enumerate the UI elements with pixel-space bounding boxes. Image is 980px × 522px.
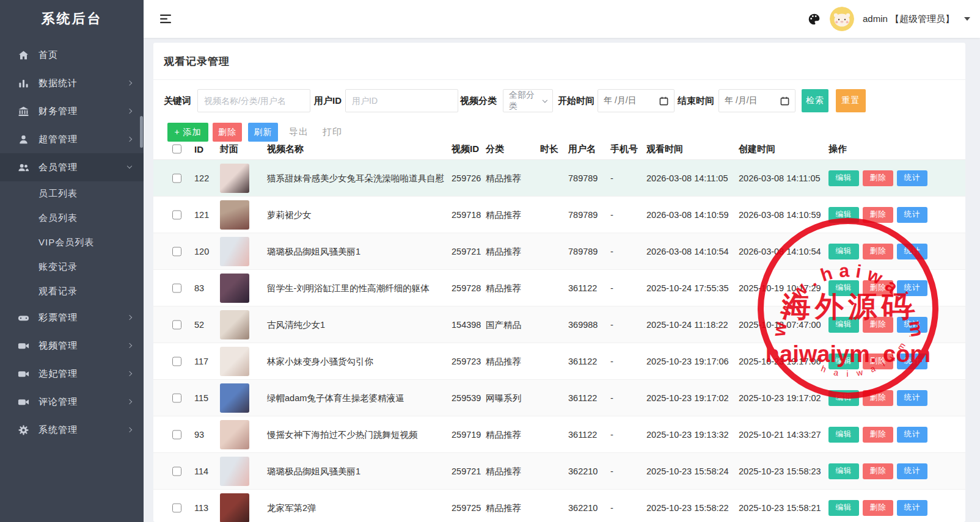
row-checkbox[interactable] [172, 466, 181, 476]
row-checkbox[interactable] [172, 173, 181, 183]
cover-thumbnail[interactable] [220, 457, 249, 486]
end-date-placeholder: 年 /月/日 [725, 95, 758, 106]
row-actions: 编辑 删除 统计 [828, 500, 927, 516]
stats-button[interactable]: 统计 [897, 280, 927, 296]
sidebar-item-balance-records[interactable]: 账变记录 [0, 255, 144, 279]
cover-thumbnail[interactable] [220, 493, 249, 522]
stats-button[interactable]: 统计 [897, 317, 927, 333]
row-actions: 编辑 删除 统计 [828, 427, 927, 443]
table-row: 114 璐璐极品御姐风骚美丽1 259721 精品推荐 362210 - 202… [153, 453, 965, 490]
stats-button[interactable]: 统计 [897, 390, 927, 406]
cover-thumbnail[interactable] [220, 164, 249, 193]
sidebar-item-label: 评论管理 [38, 396, 78, 408]
edit-button[interactable]: 编辑 [828, 170, 859, 186]
cover-thumbnail[interactable] [220, 420, 249, 449]
sidebar-item-members[interactable]: 会员管理 [0, 153, 144, 181]
row-checkbox[interactable] [172, 247, 181, 256]
row-checkbox[interactable] [172, 320, 181, 329]
delete-button[interactable]: 删除 [863, 427, 893, 443]
sidebar-item-staff-list[interactable]: 员工列表 [0, 181, 144, 206]
delete-button[interactable]: 删除 [863, 390, 893, 406]
row-checkbox[interactable] [172, 210, 181, 219]
watch-time: 2025-10-23 19:17:06 [646, 357, 729, 366]
sidebar-item-concubine[interactable]: 选妃管理 [0, 360, 144, 388]
sidebar-item-statistics[interactable]: 数据统计 [0, 69, 144, 97]
stats-button[interactable]: 统计 [897, 427, 927, 443]
create-time: 2025-10-23 15:58:21 [739, 503, 821, 513]
col-video-id: 视频ID [452, 143, 479, 155]
menu-toggle-icon[interactable] [160, 14, 172, 24]
end-date-input[interactable]: 年 /月/日 [719, 89, 795, 112]
sidebar-item-vip-member-list[interactable]: VIP会员列表 [0, 230, 144, 255]
start-date-input[interactable]: 年 /月/日 [598, 89, 675, 112]
phone-value: - [610, 393, 613, 403]
edit-button[interactable]: 编辑 [828, 207, 859, 223]
row-checkbox[interactable] [172, 430, 181, 439]
delete-button[interactable]: 删除 [863, 280, 893, 296]
cover-thumbnail[interactable] [220, 347, 249, 376]
edit-button[interactable]: 编辑 [828, 244, 859, 259]
stats-button[interactable]: 统计 [897, 500, 927, 516]
stats-button[interactable]: 统计 [897, 463, 927, 479]
user-menu[interactable]: admin 【超级管理员】 [863, 13, 954, 25]
edit-button[interactable]: 编辑 [828, 463, 859, 479]
cover-thumbnail[interactable] [220, 383, 249, 413]
row-checkbox[interactable] [172, 393, 181, 402]
userid-input[interactable] [345, 89, 458, 112]
edit-button[interactable]: 编辑 [828, 280, 859, 296]
video-id: 259728 [452, 283, 481, 293]
delete-button[interactable]: 删除 [863, 500, 893, 516]
table-row: 83 留学生-刘明浴缸江里的性高潮纤细的躯体 259728 精品推荐 36112… [153, 270, 965, 306]
chevron-right-icon [127, 371, 132, 376]
stats-button[interactable]: 统计 [897, 353, 927, 369]
sidebar-item-watch-records[interactable]: 观看记录 [0, 279, 144, 303]
stats-button[interactable]: 统计 [897, 244, 927, 259]
cover-thumbnail[interactable] [220, 200, 249, 230]
sidebar-item-video[interactable]: 视频管理 [0, 332, 144, 360]
edit-button[interactable]: 编辑 [828, 317, 859, 333]
row-checkbox[interactable] [172, 503, 181, 512]
phone-value: - [610, 247, 613, 256]
sidebar-item-superadmin[interactable]: 超管管理 [0, 125, 144, 153]
cover-thumbnail[interactable] [220, 237, 249, 266]
watch-time: 2026-03-08 14:10:54 [646, 247, 729, 256]
username-value: 361122 [568, 430, 597, 440]
delete-button[interactable]: 删除 [863, 207, 893, 223]
delete-button[interactable]: 删除 [863, 353, 893, 369]
sidebar-item-comments[interactable]: 评论管理 [0, 388, 144, 416]
row-checkbox[interactable] [172, 357, 181, 366]
edit-button[interactable]: 编辑 [828, 500, 859, 516]
stats-button[interactable]: 统计 [897, 170, 927, 186]
delete-button[interactable]: 删除 [863, 463, 893, 479]
keyword-input[interactable] [197, 89, 310, 112]
row-checkbox[interactable] [172, 283, 181, 292]
filter-bar: 关键词 用户ID 视频分类 全部分类 开始时间 年 /月/日 结束时间 [153, 89, 965, 112]
sidebar-item-finance[interactable]: 财务管理 [0, 97, 144, 125]
video-id: 259719 [452, 430, 481, 440]
search-button[interactable]: 检索 [802, 89, 828, 112]
delete-button[interactable]: 删除 [863, 317, 893, 333]
sidebar-item-lottery[interactable]: 彩票管理 [0, 303, 144, 332]
sidebar-scrollbar[interactable] [140, 116, 143, 148]
select-all-checkbox[interactable] [172, 145, 181, 154]
category-select[interactable]: 全部分类 [503, 89, 553, 112]
delete-button[interactable]: 删除 [863, 244, 893, 259]
delete-button[interactable]: 删除 [863, 170, 893, 186]
sidebar-item-member-list[interactable]: 会员列表 [0, 206, 144, 230]
stats-button[interactable]: 统计 [897, 207, 927, 223]
edit-button[interactable]: 编辑 [828, 427, 859, 443]
sidebar-item-home[interactable]: 首页 [0, 41, 144, 69]
user-avatar[interactable] [830, 7, 854, 31]
sidebar-item-label: 系统管理 [38, 424, 78, 436]
cover-thumbnail[interactable] [220, 274, 249, 303]
edit-button[interactable]: 编辑 [828, 390, 859, 406]
sidebar-item-system[interactable]: 系统管理 [0, 416, 144, 444]
chevron-right-icon [127, 315, 132, 320]
edit-button[interactable]: 编辑 [828, 353, 859, 369]
theme-palette-icon[interactable] [807, 12, 821, 26]
reset-button[interactable]: 重置 [836, 89, 866, 112]
page-title: 观看记录管理 [153, 43, 965, 80]
cover-thumbnail[interactable] [220, 310, 249, 339]
username-value: 361122 [568, 357, 597, 366]
phone-value: - [610, 430, 613, 440]
